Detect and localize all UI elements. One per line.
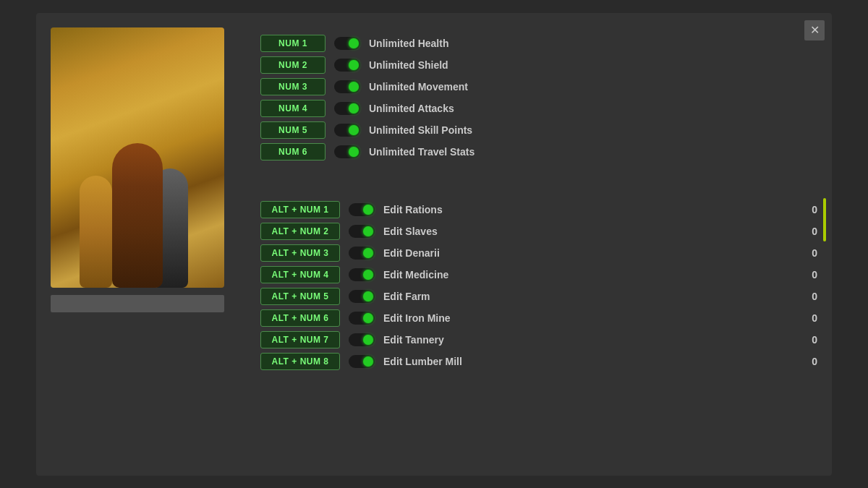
key-badge-alt[interactable]: ALT + NUM 4 bbox=[260, 266, 340, 283]
basic-cheat-row: NUM 3 Unlimited Movement bbox=[260, 78, 817, 95]
toggle-switch[interactable] bbox=[349, 290, 375, 303]
edit-cheat-row: ALT + NUM 8 Edit Lumber Mill 0 bbox=[260, 353, 817, 370]
edit-value: 0 bbox=[806, 226, 817, 237]
left-panel bbox=[51, 27, 239, 461]
key-badge[interactable]: NUM 1 bbox=[260, 35, 326, 52]
edit-cheat-row: ALT + NUM 5 Edit Farm 0 bbox=[260, 288, 817, 305]
toggle-switch[interactable] bbox=[334, 102, 360, 115]
basic-cheats-section: NUM 1 Unlimited Health NUM 2 Unlimited S… bbox=[260, 35, 817, 165]
edit-cheat-row: ALT + NUM 2 Edit Slaves 0 bbox=[260, 223, 817, 240]
toggle-switch[interactable] bbox=[349, 268, 375, 281]
basic-cheat-row: NUM 2 Unlimited Shield bbox=[260, 56, 817, 74]
scrollbar[interactable] bbox=[823, 198, 826, 241]
toggle-switch[interactable] bbox=[349, 247, 375, 260]
cheat-label: Edit Iron Mine bbox=[383, 312, 797, 324]
key-badge-alt[interactable]: ALT + NUM 5 bbox=[260, 288, 340, 305]
toggle-switch[interactable] bbox=[334, 124, 360, 137]
basic-cheat-row: NUM 5 Unlimited Skill Points bbox=[260, 121, 817, 139]
key-badge-alt[interactable]: ALT + NUM 7 bbox=[260, 331, 340, 348]
edit-cheat-row: ALT + NUM 3 Edit Denarii 0 bbox=[260, 244, 817, 262]
key-badge-alt[interactable]: ALT + NUM 8 bbox=[260, 353, 340, 370]
edit-cheat-row: ALT + NUM 7 Edit Tannery 0 bbox=[260, 331, 817, 348]
cheat-label: Edit Denarii bbox=[383, 247, 797, 259]
edit-value: 0 bbox=[806, 356, 817, 367]
basic-cheat-row: NUM 4 Unlimited Attacks bbox=[260, 100, 817, 117]
toggle-switch[interactable] bbox=[334, 59, 360, 72]
trainer-label bbox=[51, 295, 224, 312]
basic-cheat-row: NUM 6 Unlimited Travel Stats bbox=[260, 143, 817, 160]
section-divider bbox=[260, 179, 817, 201]
toggle-switch[interactable] bbox=[334, 145, 360, 158]
key-badge-alt[interactable]: ALT + NUM 1 bbox=[260, 201, 340, 218]
edit-value: 0 bbox=[806, 204, 817, 215]
cheat-label: Edit Slaves bbox=[383, 226, 797, 237]
figure-left bbox=[80, 176, 112, 288]
cheat-label: Unlimited Movement bbox=[369, 81, 817, 93]
edit-value: 0 bbox=[806, 291, 817, 302]
edit-value: 0 bbox=[806, 312, 817, 324]
toggle-switch[interactable] bbox=[349, 333, 375, 346]
key-badge[interactable]: NUM 2 bbox=[260, 56, 326, 74]
key-badge-alt[interactable]: ALT + NUM 2 bbox=[260, 223, 340, 240]
toggle-switch[interactable] bbox=[334, 80, 360, 93]
key-badge[interactable]: NUM 6 bbox=[260, 143, 326, 160]
game-cover bbox=[51, 27, 224, 288]
cheat-label: Edit Rations bbox=[383, 204, 797, 215]
key-badge[interactable]: NUM 4 bbox=[260, 100, 326, 117]
right-panel: NUM 1 Unlimited Health NUM 2 Unlimited S… bbox=[260, 27, 817, 461]
edit-cheats-section: ALT + NUM 1 Edit Rations 0 ALT + NUM 2 E… bbox=[260, 201, 817, 374]
key-badge-alt[interactable]: ALT + NUM 6 bbox=[260, 309, 340, 327]
toggle-switch[interactable] bbox=[349, 355, 375, 368]
key-badge[interactable]: NUM 5 bbox=[260, 121, 326, 139]
cheat-label: Unlimited Shield bbox=[369, 59, 817, 71]
toggle-switch[interactable] bbox=[334, 37, 360, 50]
edit-value: 0 bbox=[806, 269, 817, 281]
cover-figures bbox=[51, 129, 224, 288]
cheat-label: Unlimited Travel Stats bbox=[369, 146, 817, 158]
edit-cheat-row: ALT + NUM 4 Edit Medicine 0 bbox=[260, 266, 817, 283]
basic-cheat-row: NUM 1 Unlimited Health bbox=[260, 35, 817, 52]
cheat-label: Unlimited Attacks bbox=[369, 103, 817, 114]
edit-value: 0 bbox=[806, 247, 817, 259]
figure-main bbox=[112, 143, 163, 288]
key-badge-alt[interactable]: ALT + NUM 3 bbox=[260, 244, 340, 262]
close-button[interactable]: ✕ bbox=[804, 20, 825, 40]
key-badge[interactable]: NUM 3 bbox=[260, 78, 326, 95]
main-panel: ✕ NUM 1 Unlimited Health NUM 2 bbox=[36, 13, 832, 476]
edit-value: 0 bbox=[806, 334, 817, 346]
toggle-switch[interactable] bbox=[349, 225, 375, 238]
cheat-label: Edit Farm bbox=[383, 291, 797, 302]
edit-cheat-row: ALT + NUM 1 Edit Rations 0 bbox=[260, 201, 817, 218]
cheat-label: Unlimited Health bbox=[369, 38, 817, 49]
edit-cheat-row: ALT + NUM 6 Edit Iron Mine 0 bbox=[260, 309, 817, 327]
cheat-label: Unlimited Skill Points bbox=[369, 124, 817, 136]
toggle-switch[interactable] bbox=[349, 312, 375, 325]
cheat-label: Edit Lumber Mill bbox=[383, 356, 797, 367]
cheat-label: Edit Tannery bbox=[383, 334, 797, 346]
cheat-label: Edit Medicine bbox=[383, 269, 797, 281]
toggle-switch[interactable] bbox=[349, 203, 375, 216]
